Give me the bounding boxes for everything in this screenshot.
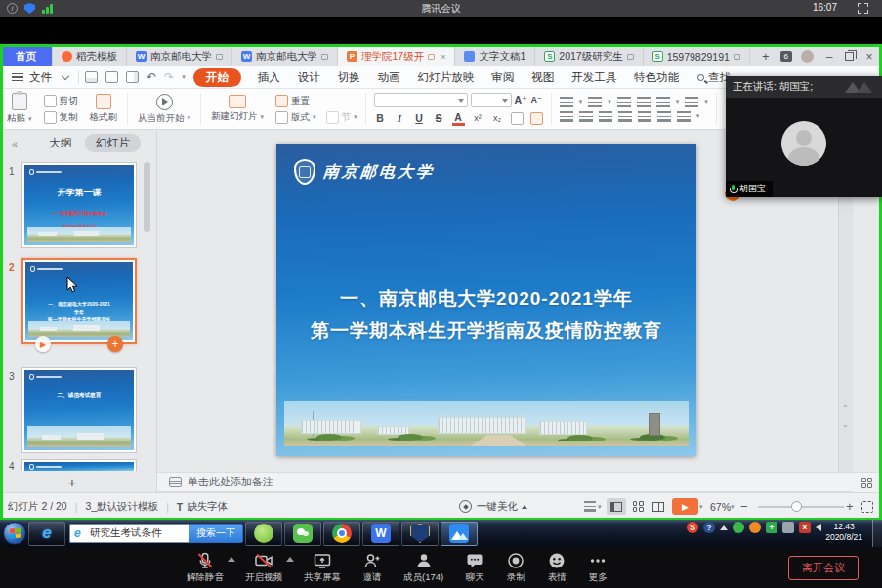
line-spacing-icon[interactable] — [685, 97, 698, 107]
taskbar-360-button[interactable] — [245, 522, 282, 546]
video-options-caret[interactable] — [286, 557, 294, 562]
bold-button[interactable]: B — [374, 112, 387, 124]
save-icon[interactable] — [85, 71, 98, 83]
copy-button[interactable]: 复制 — [44, 111, 78, 124]
close-window-button[interactable]: × — [862, 50, 876, 63]
members-button[interactable]: 成员(174) — [403, 551, 443, 584]
search-input[interactable] — [69, 524, 189, 543]
menu-home[interactable]: 开始 — [193, 68, 241, 87]
missing-font-label[interactable]: 缺失字体 — [187, 500, 228, 514]
menu-slideshow[interactable]: 幻灯片放映 — [418, 70, 475, 85]
indent-more-icon[interactable] — [677, 111, 691, 122]
zoom-out-button[interactable]: − — [740, 499, 748, 514]
outline-tab[interactable]: 大纲 — [49, 136, 71, 150]
taskbar-ie-button[interactable]: e — [28, 522, 65, 546]
clear-format-icon[interactable] — [511, 112, 524, 125]
increase-font-button[interactable]: A⁺ — [515, 94, 527, 105]
sidebar-scrollbar[interactable] — [144, 162, 150, 232]
numbering-icon[interactable] — [588, 97, 602, 107]
taskbar-chrome-button[interactable] — [323, 522, 360, 546]
more-button[interactable]: 更多 — [588, 551, 608, 584]
account-avatar[interactable] — [801, 50, 814, 63]
reset-button[interactable]: 重置 — [275, 95, 316, 107]
tray-expand-icon[interactable] — [720, 525, 728, 530]
sorter-view-button[interactable] — [628, 498, 648, 515]
unmute-button[interactable]: 解除静音 — [187, 551, 224, 584]
flag-alert-icon[interactable]: × — [799, 522, 811, 533]
share-screen-button[interactable]: 共享屏幕 — [304, 551, 341, 584]
emoji-button[interactable]: 表情 — [547, 551, 567, 584]
slide-thumbnail-3[interactable]: 二、诚信考试教育 — [21, 367, 137, 453]
meeting-video-panel[interactable]: 正在讲话: 胡国宝; 胡国宝 — [726, 76, 882, 197]
menu-insert[interactable]: 插入 — [258, 70, 280, 85]
file-menu[interactable]: 文件 — [29, 70, 52, 85]
tab-sheet-2017[interactable]: S 2017级研究生 — [535, 46, 643, 66]
slideshow-caret-icon[interactable]: ▾ — [699, 503, 703, 511]
font-color-button[interactable]: A — [452, 111, 465, 126]
taskbar-wps-button[interactable]: W — [362, 522, 399, 546]
tray-orange-icon[interactable] — [749, 522, 761, 533]
paste-button[interactable]: 粘贴▾ — [0, 89, 39, 129]
slide-thumbnail-4[interactable] — [21, 459, 137, 471]
slides-tab[interactable]: 幻灯片 — [85, 134, 141, 152]
align-left-icon[interactable] — [560, 111, 573, 122]
leave-meeting-button[interactable]: 离开会议 — [788, 556, 859, 580]
invite-button[interactable]: 邀请 — [362, 551, 382, 584]
layout-button[interactable]: 版式▾ — [275, 111, 316, 124]
justify-icon[interactable] — [618, 111, 632, 122]
collapse-sidebar-icon[interactable]: « — [12, 138, 18, 149]
fit-to-window-icon[interactable] — [861, 501, 873, 513]
section-button[interactable]: 节▾ — [326, 111, 357, 124]
tab-sheet-number[interactable]: S 15979829191 — [644, 46, 750, 66]
tab-doc-njupt-2[interactable]: W 南京邮电大学 — [232, 46, 338, 66]
add-slide-button[interactable]: + — [63, 476, 82, 491]
menu-special[interactable]: 特色功能 — [634, 70, 679, 85]
tab-docer[interactable]: 稻壳模板 — [53, 46, 127, 66]
align-right-icon[interactable] — [599, 111, 612, 122]
help-icon[interactable]: ? — [703, 522, 715, 533]
mic-options-caret[interactable] — [228, 557, 235, 562]
hamburger-icon[interactable] — [12, 73, 23, 81]
redo-icon[interactable]: ↷ — [164, 70, 174, 84]
tab-ppt-current[interactable]: P 理学院17级开 × — [338, 46, 455, 66]
tab-wps-home[interactable]: 首页 — [0, 46, 53, 66]
chat-button[interactable]: 聊天 — [465, 551, 484, 584]
outdent-icon[interactable] — [617, 97, 631, 107]
notes-panel-toggle[interactable]: ▾ — [584, 501, 602, 512]
printer-icon[interactable] — [782, 522, 794, 533]
menu-review[interactable]: 审阅 — [491, 70, 514, 85]
distribute-icon[interactable] — [638, 111, 651, 122]
text-effect-icon[interactable] — [530, 112, 543, 125]
taskbar-crest-button[interactable] — [401, 522, 439, 546]
print-icon[interactable] — [105, 71, 118, 83]
menu-design[interactable]: 设计 — [298, 70, 320, 85]
tab-doc-njupt-1[interactable]: W 南京邮电大学 — [127, 46, 232, 66]
superscript-button[interactable]: x² — [472, 113, 484, 123]
slide-canvas[interactable]: 南京邮电大学 一、南京邮电大学2020-2021学年 第一学期本科生开学指南及疫… — [276, 144, 696, 456]
undo-icon[interactable]: ↶ — [147, 70, 156, 84]
taskbar-meeting-button[interactable] — [441, 522, 478, 546]
new-slide-button[interactable]: 新建幻灯片▾ — [204, 89, 271, 129]
slideshow-button[interactable]: ▶ — [672, 498, 698, 515]
format-painter-button[interactable]: 格式刷 — [83, 89, 125, 129]
font-size-select[interactable] — [471, 93, 512, 107]
show-desktop-button[interactable] — [872, 520, 882, 547]
bullets-icon[interactable] — [560, 97, 573, 107]
add-slide-quick-button[interactable]: + — [107, 336, 123, 352]
tray-plus-icon[interactable]: + — [766, 522, 777, 533]
play-from-current-button[interactable]: 从当前开始▾ — [131, 89, 197, 129]
play-slide-button[interactable]: ▶ — [35, 336, 51, 352]
normal-view-button[interactable] — [607, 498, 626, 515]
align-center-icon[interactable] — [579, 111, 593, 122]
search-go-button[interactable]: 搜索一下 — [189, 524, 243, 543]
zoom-slider[interactable] — [758, 506, 844, 508]
grid-view-corner-button[interactable] — [852, 472, 882, 492]
subscript-button[interactable]: x₂ — [491, 113, 504, 123]
notification-badge[interactable]: 6 — [780, 51, 792, 62]
notes-bar[interactable]: 单击此处添加备注 — [157, 472, 852, 492]
columns-icon[interactable] — [657, 111, 671, 122]
start-video-button[interactable]: 开启视频 — [245, 551, 282, 584]
zoom-slider-knob[interactable] — [791, 501, 802, 512]
slide-thumbnail-1[interactable]: 开学第一课 ——理学院2017级年级大会 2020年08月21日 — [21, 162, 137, 248]
menu-view[interactable]: 视图 — [531, 70, 554, 85]
